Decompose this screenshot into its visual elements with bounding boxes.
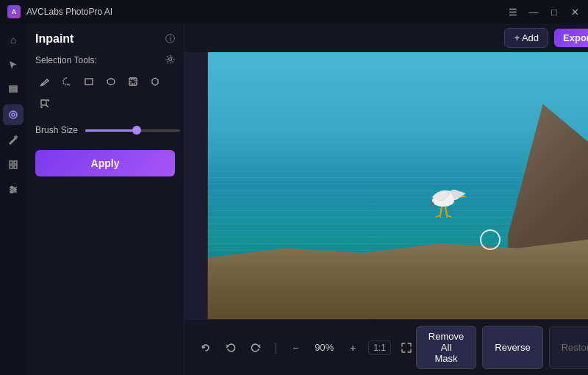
svg-point-13 xyxy=(11,187,13,189)
pen-tool-btn[interactable] xyxy=(35,72,54,91)
info-icon[interactable]: ⓘ xyxy=(165,32,175,46)
polygon-tool-btn[interactable] xyxy=(146,72,165,91)
svg-rect-2 xyxy=(10,86,17,88)
zoom-reset[interactable]: 1:1 xyxy=(368,340,391,355)
title-bar-controls: ☰ — □ ✕ xyxy=(507,6,581,18)
title-bar: A AVCLabs PhotoPro AI ☰ — □ ✕ xyxy=(0,0,588,24)
svg-line-17 xyxy=(68,84,70,85)
rotate-left-btn[interactable] xyxy=(196,338,215,357)
minimize-icon[interactable]: — xyxy=(528,6,539,18)
selection-tools-label: Selection Tools: xyxy=(35,54,175,66)
svg-point-3 xyxy=(10,111,17,118)
svg-line-26 xyxy=(440,207,442,215)
svg-rect-9 xyxy=(14,165,17,168)
sidebar-object[interactable] xyxy=(3,154,24,175)
maximize-icon[interactable]: □ xyxy=(548,6,560,18)
svg-rect-8 xyxy=(10,165,12,168)
zoom-out-btn[interactable]: − xyxy=(286,338,305,357)
sidebar-inpaint[interactable] xyxy=(3,104,24,125)
zoom-controls: | − 90% + 1:1 xyxy=(196,338,416,357)
close-icon[interactable]: ✕ xyxy=(569,6,581,18)
gear-icon[interactable] xyxy=(165,54,175,66)
action-buttons: Remove All Mask Reverse Restore xyxy=(416,326,588,369)
add-button[interactable]: + Add xyxy=(504,28,548,48)
brush-size-slider[interactable] xyxy=(85,129,180,132)
header-bar: + Add Export ▾ xyxy=(184,24,588,52)
svg-rect-6 xyxy=(10,161,12,164)
lasso-tool-btn[interactable] xyxy=(57,72,76,91)
panel-title: Inpaint xyxy=(35,32,74,46)
app-icon: A xyxy=(7,5,21,18)
fit-btn[interactable] xyxy=(397,338,416,357)
svg-point-14 xyxy=(14,189,16,191)
sidebar-settings[interactable] xyxy=(3,179,24,200)
sidebar-home[interactable]: ⌂ xyxy=(3,29,24,50)
rect-tool-btn[interactable] xyxy=(79,72,98,91)
svg-rect-0 xyxy=(10,88,17,90)
zoom-level: 90% xyxy=(311,342,337,353)
sidebar-brush[interactable] xyxy=(3,129,24,150)
menu-icon[interactable]: ☰ xyxy=(507,6,519,18)
export-button[interactable]: Export ▾ xyxy=(554,29,588,47)
canvas-area: + Add Export ▾ xyxy=(184,24,588,375)
ellipse-tool-btn[interactable] xyxy=(101,72,121,91)
svg-rect-21 xyxy=(131,79,135,84)
photo-canvas[interactable] xyxy=(207,52,588,319)
sidebar-cursor[interactable] xyxy=(3,54,24,75)
svg-rect-18 xyxy=(85,79,93,85)
remove-all-mask-btn[interactable]: Remove All Mask xyxy=(416,326,476,369)
left-panel: Inpaint ⓘ Selection Tools: xyxy=(26,24,184,375)
title-bar-left: A AVCLabs PhotoPro AI xyxy=(7,5,112,18)
smart-select-btn[interactable] xyxy=(123,72,143,91)
zoom-in-btn[interactable]: + xyxy=(343,338,362,357)
icon-sidebar: ⌂ xyxy=(0,24,26,375)
apply-button[interactable]: Apply xyxy=(35,150,175,176)
svg-point-19 xyxy=(107,79,115,85)
svg-rect-1 xyxy=(10,90,17,92)
seagull xyxy=(414,160,473,237)
redo-btn[interactable] xyxy=(246,338,265,357)
reverse-btn[interactable]: Reverse xyxy=(482,326,542,369)
svg-point-4 xyxy=(12,113,15,116)
svg-line-27 xyxy=(445,207,447,215)
image-container[interactable] xyxy=(184,52,588,319)
brush-size-row: Brush Size xyxy=(35,125,175,135)
brush-size-label: Brush Size xyxy=(35,125,78,135)
sidebar-layers[interactable] xyxy=(3,79,24,100)
main-layout: ⌂ Inpaint ⓘ Selection Tools: xyxy=(0,24,588,375)
svg-point-15 xyxy=(11,191,13,193)
expand-tool-btn[interactable] xyxy=(35,94,54,113)
svg-rect-22 xyxy=(41,100,46,105)
undo-btn[interactable] xyxy=(221,338,240,357)
bottom-toolbar: | − 90% + 1:1 Remove All Mask Reverse xyxy=(184,319,588,375)
restore-btn[interactable]: Restore xyxy=(549,326,588,369)
tools-row xyxy=(35,72,175,113)
app-title: AVCLabs PhotoPro AI xyxy=(26,7,112,17)
panel-header: Inpaint ⓘ xyxy=(35,32,175,46)
svg-rect-7 xyxy=(14,161,17,164)
